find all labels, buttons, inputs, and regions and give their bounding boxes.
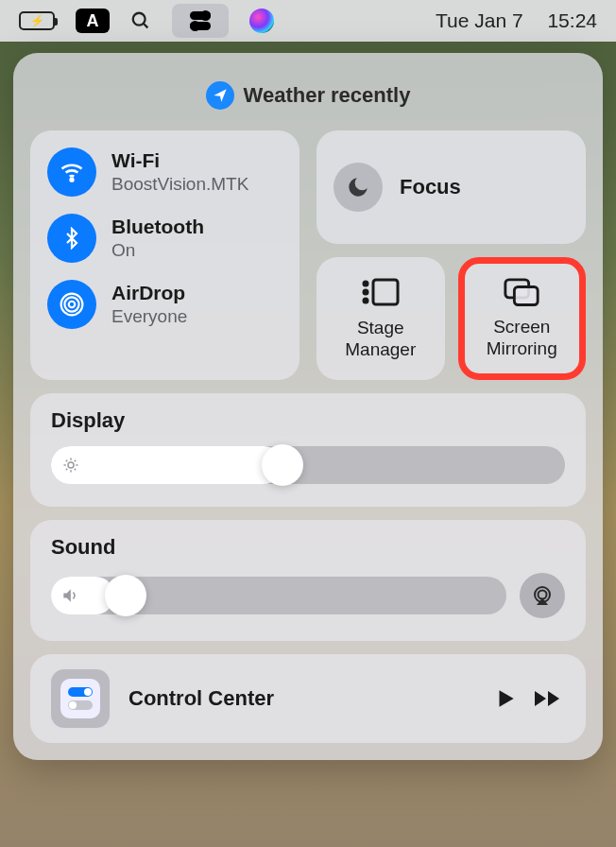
- svg-line-17: [66, 460, 68, 462]
- svg-point-3: [69, 302, 76, 308]
- svg-rect-6: [373, 280, 398, 304]
- control-center-menubar-button[interactable]: [172, 4, 229, 38]
- svg-point-2: [71, 179, 74, 182]
- wifi-icon: [47, 147, 96, 197]
- location-usage-header[interactable]: Weather recently: [30, 70, 586, 130]
- siri-icon[interactable]: [249, 9, 274, 33]
- wifi-item[interactable]: Wi-Fi BoostVision.MTK: [47, 147, 282, 197]
- wifi-title: Wi-Fi: [111, 149, 248, 172]
- svg-line-1: [144, 24, 148, 28]
- clock[interactable]: Tue Jan 7 15:24: [436, 9, 597, 32]
- battery-icon[interactable]: ⚡: [19, 11, 55, 30]
- play-icon[interactable]: [493, 686, 518, 711]
- control-center-prefs-card[interactable]: Control Center: [30, 654, 586, 743]
- screen-mirroring-button[interactable]: Screen Mirroring: [458, 257, 587, 380]
- volume-icon: [60, 586, 79, 605]
- stage-manager-label: Stage Manager: [345, 318, 416, 361]
- brightness-slider[interactable]: [51, 446, 565, 484]
- control-center-app-icon: [51, 669, 110, 728]
- focus-label: Focus: [400, 175, 461, 199]
- airdrop-title: AirDrop: [111, 282, 187, 304]
- screen-mirroring-label: Screen Mirroring: [487, 317, 557, 360]
- bluetooth-icon: [47, 214, 96, 263]
- stage-manager-button[interactable]: Stage Manager: [317, 257, 445, 380]
- airplay-audio-button[interactable]: [520, 573, 565, 618]
- focus-card[interactable]: Focus: [317, 130, 586, 244]
- airdrop-icon: [47, 280, 96, 329]
- bluetooth-item[interactable]: Bluetooth On: [47, 214, 282, 263]
- svg-rect-11: [515, 286, 539, 304]
- input-source-badge[interactable]: A: [76, 9, 110, 33]
- menubar-date: Tue Jan 7: [436, 9, 523, 32]
- svg-line-19: [75, 460, 77, 462]
- svg-point-0: [133, 13, 145, 26]
- brightness-icon: [62, 457, 79, 474]
- airdrop-subtitle: Everyone: [111, 306, 187, 327]
- moon-icon: [334, 163, 383, 212]
- sound-card: Sound: [30, 520, 586, 641]
- control-center-panel: Weather recently Wi-Fi BoostVision.MTK B…: [13, 53, 603, 760]
- svg-point-7: [364, 282, 368, 285]
- volume-slider[interactable]: [51, 577, 506, 614]
- screen-mirroring-icon: [502, 277, 541, 307]
- svg-point-9: [364, 299, 368, 302]
- display-card: Display: [30, 393, 586, 507]
- display-title: Display: [51, 408, 565, 433]
- fast-forward-icon[interactable]: [533, 686, 565, 711]
- airplay-icon: [531, 584, 554, 607]
- connectivity-card: Wi-Fi BoostVision.MTK Bluetooth On Air: [30, 130, 299, 380]
- stage-manager-icon: [360, 276, 402, 308]
- svg-line-18: [75, 469, 77, 471]
- svg-point-8: [364, 290, 368, 294]
- location-arrow-icon: [206, 81, 234, 110]
- svg-point-12: [68, 462, 74, 468]
- svg-line-20: [66, 469, 68, 471]
- bluetooth-subtitle: On: [111, 240, 204, 261]
- menubar-time: 15:24: [547, 9, 597, 32]
- svg-point-22: [539, 591, 547, 599]
- control-center-prefs-label: Control Center: [128, 686, 474, 711]
- bluetooth-title: Bluetooth: [111, 216, 204, 238]
- sound-title: Sound: [51, 535, 565, 560]
- wifi-subtitle: BoostVision.MTK: [111, 174, 248, 195]
- airdrop-item[interactable]: AirDrop Everyone: [47, 280, 282, 329]
- location-usage-label: Weather recently: [244, 83, 411, 108]
- svg-point-4: [64, 297, 78, 311]
- spotlight-search-icon[interactable]: [130, 10, 151, 31]
- menubar: ⚡ A Tue Jan 7 15:24: [0, 0, 616, 42]
